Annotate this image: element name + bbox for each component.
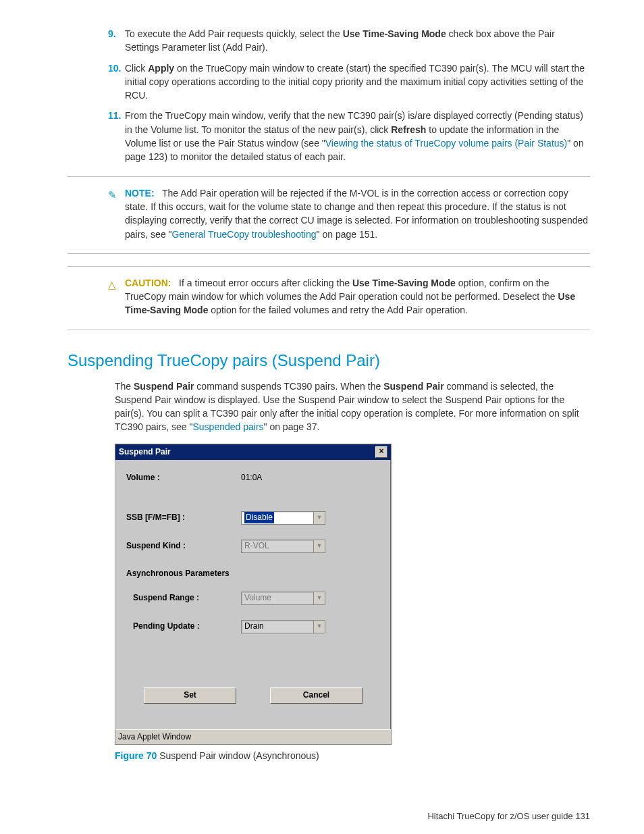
caution-label: CAUTION: [125, 278, 171, 288]
caution-callout: △ CAUTION: If a timeout error occurs aft… [68, 276, 590, 317]
figure-text: Suspend Pair window (Asynchronous) [157, 750, 319, 761]
chevron-down-icon[interactable]: ▼ [313, 540, 325, 552]
step-10: 10. Click Apply on the TrueCopy main win… [68, 61, 590, 103]
step-text: From the TrueCopy main window, verify th… [125, 110, 584, 162]
divider [68, 330, 590, 330]
close-icon[interactable]: × [375, 446, 387, 458]
note-label: NOTE: [125, 188, 155, 199]
step-text: To execute the Add Pair requests quickly… [125, 28, 555, 53]
step-number: 9. [108, 27, 116, 41]
divider [68, 253, 590, 254]
note-text: The Add Pair operation will be rejected … [125, 188, 588, 240]
numbered-steps: 9. To execute the Add Pair requests quic… [68, 27, 590, 164]
divider [68, 176, 590, 177]
link-pair-status[interactable]: Viewing the status of TrueCopy volume pa… [325, 138, 567, 149]
label-ssb: SSB [F/M=FB] : [126, 512, 241, 523]
caution-text: If a timeout error occurs after clicking… [125, 278, 575, 316]
label-suspend-range: Suspend Range : [133, 592, 241, 604]
row-ssb: SSB [F/M=FB] : Disable ▼ [126, 511, 380, 525]
intro-paragraph: The Suspend Pair command suspends TC390 … [68, 380, 590, 434]
dropdown-pending-update[interactable]: Drain ▼ [241, 620, 325, 633]
step-11: 11. From the TrueCopy main window, verif… [68, 109, 590, 163]
suspend-pair-dialog: Suspend Pair × Volume : 01:0A SSB [F/M=F… [115, 444, 392, 746]
status-bar: Java Applet Window [115, 729, 391, 744]
caution-icon: △ [108, 278, 116, 292]
label-pending-update: Pending Update : [133, 621, 241, 632]
row-pending-update: Pending Update : Drain ▼ [126, 620, 380, 633]
row-suspend-range: Suspend Range : Volume ▼ [126, 592, 380, 605]
page-footer: Hitachi TrueCopy for z/OS user guide 131 [68, 810, 590, 823]
chevron-down-icon[interactable]: ▼ [313, 592, 325, 604]
dropdown-ssb[interactable]: Disable ▼ [241, 511, 325, 525]
dialog-body: Volume : 01:0A SSB [F/M=FB] : Disable ▼ … [115, 460, 391, 729]
label-volume: Volume : [126, 472, 241, 484]
chevron-down-icon[interactable]: ▼ [313, 621, 325, 633]
section-heading: Suspending TrueCopy pairs (Suspend Pair) [68, 349, 590, 373]
step-9: 9. To execute the Add Pair requests quic… [68, 27, 590, 55]
link-troubleshooting[interactable]: General TrueCopy troubleshooting [172, 229, 317, 240]
dialog-titlebar: Suspend Pair × [115, 444, 391, 460]
dropdown-suspend-range[interactable]: Volume ▼ [241, 592, 325, 605]
step-number: 10. [108, 61, 121, 75]
divider [68, 266, 590, 267]
note-callout: ✎ NOTE: The Add Pair operation will be r… [68, 186, 590, 241]
chevron-down-icon[interactable]: ▼ [313, 512, 325, 524]
label-suspend-kind: Suspend Kind : [126, 540, 241, 552]
step-text: Click Apply on the TrueCopy main window … [125, 63, 585, 101]
figure-caption: Figure 70 Suspend Pair window (Asynchron… [115, 749, 590, 762]
link-suspended-pairs[interactable]: Suspended pairs [192, 421, 263, 432]
dialog-button-row: Set Cancel [126, 687, 380, 704]
figure-label: Figure 70 [115, 750, 157, 761]
row-volume: Volume : 01:0A [126, 472, 380, 484]
set-button[interactable]: Set [144, 687, 236, 704]
async-params-header: Asynchronous Parameters [126, 568, 380, 579]
cancel-button[interactable]: Cancel [270, 687, 363, 704]
step-number: 11. [108, 109, 121, 122]
dropdown-suspend-kind[interactable]: R-VOL ▼ [241, 540, 325, 553]
value-volume: 01:0A [241, 472, 262, 484]
dialog-title: Suspend Pair [119, 446, 171, 458]
row-suspend-kind: Suspend Kind : R-VOL ▼ [126, 540, 380, 553]
note-icon: ✎ [108, 188, 117, 203]
